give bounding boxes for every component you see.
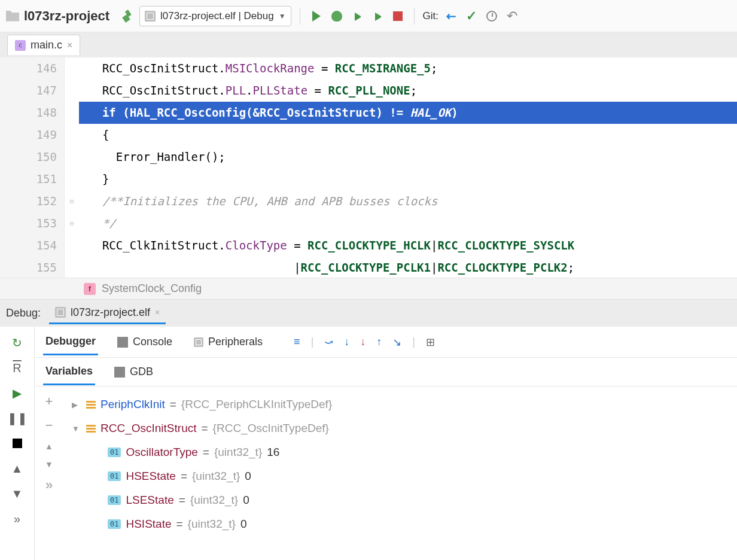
git-pull-button[interactable]: ↙ <box>443 8 459 24</box>
debug-button[interactable] <box>329 8 345 24</box>
chip-icon <box>194 337 203 347</box>
tab-gdb[interactable]: GDB <box>112 360 156 384</box>
debug-label: Debug: <box>6 307 41 319</box>
variable-row[interactable]: 01 HSEState = {uint32_t} 0 <box>63 464 737 488</box>
code-line[interactable]: Error_Handler(); <box>79 146 737 168</box>
field-icon: 01 <box>108 471 121 481</box>
git-label: Git: <box>423 10 438 22</box>
code-line[interactable]: { <box>79 124 737 146</box>
run-config-button-2[interactable] <box>370 8 385 24</box>
evaluate-button[interactable]: ⊞ <box>426 336 435 349</box>
step-out-button[interactable]: ↑ <box>376 336 382 349</box>
twistie-icon[interactable]: ▶ <box>72 400 81 409</box>
variable-row[interactable]: 01 OscillatorType = {uint32_t} 16 <box>63 440 737 464</box>
up-button[interactable]: ▲ <box>10 461 25 476</box>
launch-config-combo[interactable]: l073rz-project.elf | Debug ▼ <box>139 6 291 26</box>
tab-variables[interactable]: Variables <box>43 359 95 385</box>
project-name: l073rz-project <box>24 8 109 24</box>
debug-session-tab[interactable]: l073rz-project.elf × <box>49 303 166 324</box>
line-number[interactable]: 146 <box>0 57 57 80</box>
code-line[interactable]: RCC_OscInitStruct.MSIClockRange = RCC_MS… <box>79 57 737 80</box>
breadcrumb[interactable]: f SystemClock_Config <box>0 278 737 299</box>
line-gutter[interactable]: 146 147 148 149 150 151 152 153 154 155 <box>0 57 65 278</box>
pause-button[interactable]: ❚❚ <box>10 410 25 426</box>
step-over-button[interactable]: ⤻ <box>324 336 333 349</box>
resume-button[interactable]: ▶ <box>10 385 25 401</box>
code-line[interactable]: /**Initializes the CPU, AHB and APB buss… <box>79 190 737 212</box>
remove-watch-button[interactable]: − <box>45 418 53 433</box>
line-number[interactable]: 151 <box>0 168 57 190</box>
twistie-icon[interactable]: ▼ <box>72 424 81 433</box>
more-button[interactable]: » <box>10 511 25 526</box>
code-editor[interactable]: 146 147 148 149 150 151 152 153 154 155 … <box>0 57 737 278</box>
run-config-button-1[interactable] <box>349 8 365 24</box>
breadcrumb-function[interactable]: SystemClock_Config <box>102 282 202 295</box>
fold-icon[interactable]: ⊟ <box>65 212 79 235</box>
show-execution-button[interactable]: ≡ <box>294 336 300 349</box>
tab-debugger[interactable]: Debugger <box>43 329 98 355</box>
hammer-icon <box>120 9 133 22</box>
code-line[interactable]: |RCC_CLOCKTYPE_PCLK1|RCC_CLOCKTYPE_PCLK2… <box>79 257 737 279</box>
line-number[interactable]: 154 <box>0 235 57 257</box>
variables-side-toolbar: + − ▲ ▼ » <box>35 386 63 560</box>
separator <box>414 8 415 25</box>
debug-side-toolbar: ↻ R ▶ ❚❚ ▲ ▼ » <box>0 327 35 560</box>
history-button[interactable] <box>484 8 500 24</box>
fold-icon[interactable]: ⊟ <box>65 190 79 212</box>
undo-button[interactable]: ↶ <box>504 8 520 24</box>
variable-type: {RCC_OscInitTypeDef} <box>213 422 329 435</box>
close-icon[interactable]: × <box>155 308 160 317</box>
tab-peripherals[interactable]: Peripherals <box>191 330 265 354</box>
run-button[interactable] <box>309 8 324 24</box>
line-number[interactable]: 152 <box>0 190 57 212</box>
code-area[interactable]: RCC_OscInitStruct.MSIClockRange = RCC_MS… <box>79 57 737 278</box>
fold-column[interactable]: ⊟⊟ <box>65 57 79 278</box>
equals: = <box>203 446 209 459</box>
code-line[interactable]: RCC_ClkInitStruct.ClockType = RCC_CLOCKT… <box>79 235 737 257</box>
variable-name: RCC_OscInitStruct <box>100 422 196 435</box>
watch-down-button[interactable]: ▼ <box>45 459 53 469</box>
watch-up-button[interactable]: ▲ <box>45 442 53 451</box>
tab-console[interactable]: Console <box>115 330 175 354</box>
stop-button[interactable] <box>390 8 406 24</box>
close-icon[interactable]: × <box>67 40 72 51</box>
variable-row[interactable]: 01 LSEState = {uint32_t} 0 <box>63 488 737 512</box>
variable-row[interactable]: 01 HSIState = {uint32_t} 0 <box>63 512 737 536</box>
tab-main-c[interactable]: c main.c × <box>7 35 80 55</box>
rerun-button[interactable]: ↻ <box>10 335 25 351</box>
line-number[interactable]: 150 <box>0 146 57 168</box>
code-line[interactable]: RCC_OscInitStruct.PLL.PLLState = RCC_PLL… <box>79 80 737 102</box>
more-watch-button[interactable]: » <box>45 477 53 493</box>
code-line-current[interactable]: if (HAL_RCC_OscConfig(&RCC_OscInitStruct… <box>79 102 737 124</box>
code-line[interactable]: */ <box>79 212 737 235</box>
line-number[interactable]: 148 <box>0 102 57 124</box>
variable-row[interactable]: ▼ RCC_OscInitStruct = {RCC_OscInitTypeDe… <box>63 416 737 440</box>
add-watch-button[interactable]: + <box>45 394 53 409</box>
console-icon <box>117 337 128 348</box>
equals: = <box>181 470 187 483</box>
reset-button[interactable]: R <box>10 360 25 376</box>
git-commit-button[interactable]: ✓ <box>464 8 479 24</box>
variable-value: 0 <box>240 518 247 531</box>
code-line[interactable]: } <box>79 168 737 190</box>
equals: = <box>179 494 185 507</box>
launch-config-label: l073rz-project.elf | Debug <box>160 10 274 22</box>
line-number[interactable]: 147 <box>0 80 57 102</box>
variable-row[interactable]: ▶ PeriphClkInit = {RCC_PeriphCLKInitType… <box>63 392 737 416</box>
step-into-button[interactable]: ↓ <box>344 336 349 349</box>
line-number[interactable]: 153 <box>0 212 57 235</box>
debug-body: + − ▲ ▼ » ▶ PeriphClkInit = {RCC_PeriphC… <box>35 386 737 560</box>
debug-tabs-primary: Debugger Console Peripherals ≡ | ⤻ ↓ ↓ ↑… <box>35 327 737 358</box>
line-number[interactable]: 149 <box>0 124 57 146</box>
bug-icon <box>331 11 342 22</box>
c-file-icon: c <box>15 40 26 51</box>
variables-tree[interactable]: ▶ PeriphClkInit = {RCC_PeriphCLKInitType… <box>63 386 737 560</box>
run-to-cursor-button[interactable]: ↘ <box>392 336 401 349</box>
variable-type: {RCC_PeriphCLKInitTypeDef} <box>181 398 332 411</box>
stop-debug-button[interactable] <box>10 436 25 451</box>
build-button[interactable] <box>119 8 135 24</box>
equals: = <box>176 518 183 531</box>
down-button[interactable]: ▼ <box>10 486 25 501</box>
force-step-into-button[interactable]: ↓ <box>360 336 366 349</box>
line-number[interactable]: 155 <box>0 257 57 279</box>
